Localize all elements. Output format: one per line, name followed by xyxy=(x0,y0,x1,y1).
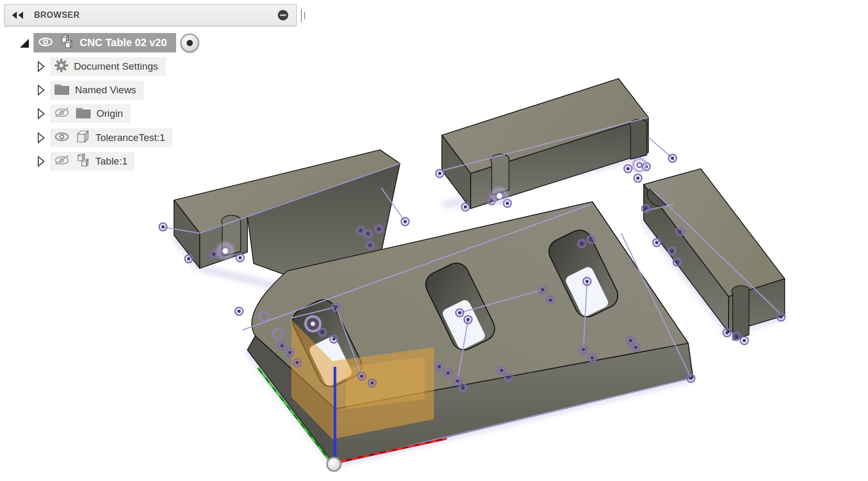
item-label[interactable]: ToleranceTest:1 xyxy=(95,132,165,144)
tree-row-root[interactable]: CNC Table 02 v20 xyxy=(18,33,199,52)
visibility-eye-slash-icon[interactable] xyxy=(53,106,70,121)
tree-row-document-settings[interactable]: Document Settings xyxy=(35,57,166,76)
tree-row-origin[interactable]: Origin xyxy=(35,104,131,123)
collapse-panel-icon[interactable] xyxy=(11,10,25,20)
notch-channel xyxy=(732,286,749,340)
component-icon xyxy=(59,34,74,52)
item-label[interactable]: Table:1 xyxy=(95,156,127,167)
component-name[interactable]: CNC Table 02 v20 xyxy=(80,37,167,49)
expanded-triangle-icon[interactable] xyxy=(18,37,30,49)
folder-icon xyxy=(75,106,92,122)
body-cube-icon xyxy=(75,129,91,147)
gear-icon xyxy=(53,58,69,75)
collapsed-triangle-icon[interactable] xyxy=(35,131,47,145)
item-label[interactable]: Document Settings xyxy=(74,61,158,72)
visibility-eye-icon[interactable] xyxy=(38,37,53,49)
collapsed-triangle-icon[interactable] xyxy=(35,107,47,121)
tree-row-table[interactable]: Table:1 xyxy=(35,152,135,171)
visibility-eye-icon[interactable] xyxy=(53,130,70,145)
panel-title: BROWSER xyxy=(34,10,80,20)
visibility-eye-slash-icon[interactable] xyxy=(53,154,70,169)
fusion-window: BROWSER xyxy=(0,0,868,481)
origin-point xyxy=(327,457,341,471)
item-label[interactable]: Named Views xyxy=(75,84,136,96)
display-mode-icon[interactable] xyxy=(277,9,289,23)
collapsed-triangle-icon[interactable] xyxy=(35,83,47,97)
component-icon xyxy=(75,152,91,170)
collapsed-triangle-icon[interactable] xyxy=(35,60,47,73)
selected-row-highlight[interactable]: CNC Table 02 v20 xyxy=(34,33,176,52)
folder-icon xyxy=(53,82,70,98)
activate-component-radio[interactable] xyxy=(180,34,199,52)
tree-row-named-views[interactable]: Named Views xyxy=(35,81,144,100)
panel-drag-handle[interactable] xyxy=(301,9,306,23)
tree-row-tolerancetest[interactable]: ToleranceTest:1 xyxy=(35,128,172,147)
notch-corner xyxy=(630,119,647,159)
item-label[interactable]: Origin xyxy=(96,108,123,119)
collapsed-triangle-icon[interactable] xyxy=(35,155,47,168)
browser-panel-header[interactable]: BROWSER xyxy=(4,4,297,26)
